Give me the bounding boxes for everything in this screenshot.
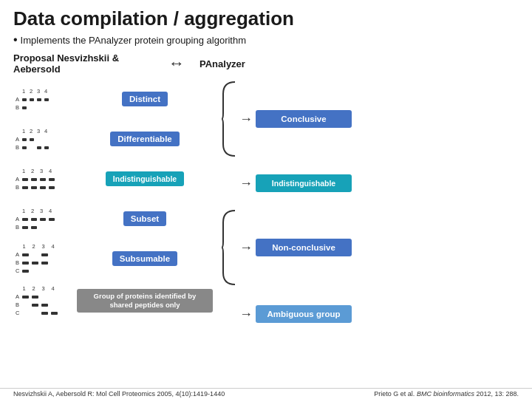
arrow-conclusive-icon: → <box>239 112 253 127</box>
left-row-differentiable: 1234 A B Differentiable <box>13 119 213 159</box>
double-arrow-icon: ↔ <box>168 54 185 73</box>
badge-subset: Subset <box>123 211 166 226</box>
diagram-left: 1234 A B Distinct 1234 A B <box>13 79 213 323</box>
badge-subsumable-area: Subsumable <box>77 251 213 266</box>
right-indistinguishable-group: → Indistinguishable <box>220 163 519 203</box>
arrow-nonconcl-icon: → <box>239 240 253 256</box>
right-ambiguous-group: → Ambiguous group <box>220 292 519 336</box>
right-nonconcl-group: → Non-conclusive <box>220 208 519 287</box>
arrow-indistinguishable-icon: → <box>239 176 253 191</box>
badge-ambiguous-group: Ambiguous group <box>256 305 352 323</box>
brace-nonconcl-icon <box>220 208 236 287</box>
footer-left: Nesvizhskii A, Aebersold R: Mol Cell Pro… <box>13 390 225 398</box>
badge-indistinguishable-area: Indistinguishable <box>77 171 213 186</box>
left-row-indistinguishable: 1234 A B Indistinguishable <box>13 159 213 199</box>
page-title: Data compilation / aggregation <box>13 7 519 30</box>
badge-indistinguishable: Indistinguishable <box>106 171 184 186</box>
footer-right: Prieto G et al. BMC bioinformatics 2012,… <box>374 390 519 398</box>
left-row-group: 1234 A B C Group of proteins identified … <box>13 279 213 323</box>
right-conclusive-group: → Conclusive <box>220 79 519 159</box>
brace-conclusive-icon <box>220 79 236 159</box>
badge-group: Group of proteins identified by shared p… <box>77 289 213 313</box>
badge-subsumable: Subsumable <box>112 251 177 266</box>
pattern-indistinguishable: 1234 A B <box>13 166 74 192</box>
diagram: 1234 A B Distinct 1234 A B <box>13 79 519 336</box>
left-row-distinct: 1234 A B Distinct <box>13 79 213 119</box>
pattern-subset: 1234 A B <box>13 206 74 232</box>
left-row-subset: 1234 A B Subset <box>13 199 213 239</box>
badge-non-conclusive: Non-conclusive <box>256 239 352 256</box>
diagram-right: → Conclusive → Indistinguishable → Non-c… <box>213 79 519 336</box>
pattern-distinct: 1234 A B <box>13 86 74 112</box>
left-row-subsumable: 1234 A B C Subsumable <box>13 239 213 279</box>
subtitle: Implements the PAnalyzer protein groupin… <box>13 33 519 47</box>
badge-differentiable-area: Differentiable <box>77 132 213 146</box>
pattern-differentiable: 1234 A B <box>13 126 74 152</box>
col-left-label: Proposal Nesvizhskii & Aebersold <box>13 52 161 75</box>
arrow-ambiguous-icon: → <box>239 307 253 322</box>
badge-conclusive: Conclusive <box>256 110 352 128</box>
badge-distinct: Distinct <box>122 92 168 106</box>
footer: Nesvizhskii A, Aebersold R: Mol Cell Pro… <box>0 388 532 399</box>
badge-group-area: Group of proteins identified by shared p… <box>77 289 213 313</box>
columns-header: Proposal Nesvizhskii & Aebersold ↔ PAnal… <box>13 52 519 75</box>
pattern-subsumable: 1234 A B C <box>13 242 74 276</box>
badge-distinct-area: Distinct <box>77 92 213 106</box>
page: Data compilation / aggregation Implement… <box>0 0 532 399</box>
pattern-group: 1234 A B C <box>13 284 74 318</box>
badge-subset-area: Subset <box>77 211 213 226</box>
badge-differentiable: Differentiable <box>110 132 180 146</box>
badge-indistinguishable-right: Indistinguishable <box>256 174 352 192</box>
col-right-label: PAnalyzer <box>200 58 245 69</box>
